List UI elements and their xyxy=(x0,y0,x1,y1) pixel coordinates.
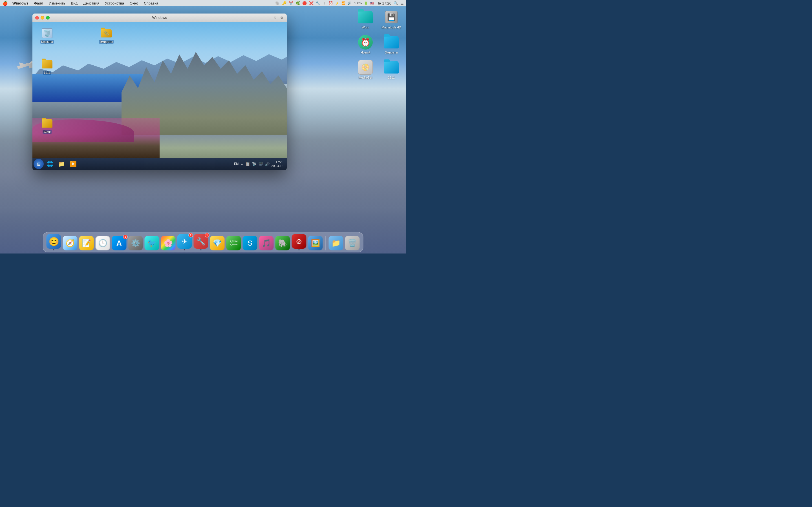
desktop-icon-1111[interactable]: 1111 xyxy=(381,60,402,79)
work-folder-icon xyxy=(358,10,373,24)
win-tray-icon-3[interactable]: 🖥️ xyxy=(258,162,263,166)
win-emirates-icon: 📎 xyxy=(101,27,112,39)
app-name[interactable]: Windows xyxy=(10,1,31,6)
mediaget-label: MediaGet xyxy=(359,76,372,79)
timemachine-icon: ⏰ xyxy=(358,35,373,50)
win-work-icon xyxy=(42,118,53,129)
recycle-bin-icon: 🗑️ xyxy=(42,27,53,39)
pause-tray-icon[interactable]: ⏸ xyxy=(322,1,326,5)
macintosh-hd-label: Macintosh HD xyxy=(382,25,401,29)
dock-transfers[interactable]: 2,32 M 2,65 M xyxy=(226,236,241,250)
keybase-tray-icon[interactable]: 🔑 xyxy=(282,1,287,5)
vm-window: Windows ▽ ⚙ 🗑️ Корзина xyxy=(33,13,287,170)
win-explorer-button[interactable]: 📁 xyxy=(56,159,67,169)
dock-appstore[interactable]: A 1 xyxy=(112,236,126,250)
finder-dot xyxy=(53,249,54,250)
menu-view[interactable]: Вид xyxy=(69,1,80,6)
win-icon-recycle[interactable]: 🗑️ Корзина xyxy=(38,27,56,44)
git-tray-icon[interactable]: 🌿 xyxy=(296,1,300,5)
apple-menu[interactable]: 🍎 xyxy=(2,1,8,6)
vm-gear-button[interactable]: ⚙ xyxy=(280,15,284,20)
vm-titlebar: Windows ▽ ⚙ xyxy=(33,13,287,22)
dock-photos[interactable]: 🌸 xyxy=(161,236,175,250)
dock-sketch[interactable]: 💎 xyxy=(210,236,225,250)
dock-clock[interactable]: 🕒 xyxy=(96,236,110,250)
menu-help[interactable]: Справка xyxy=(142,1,160,6)
desktop-icon-macintosh-hd[interactable]: 💾 Macintosh HD xyxy=(381,10,402,29)
toolbox-tray-icon[interactable]: 🔧 xyxy=(316,1,320,5)
menu-actions[interactable]: Действия xyxy=(81,1,101,6)
dock-itunes[interactable]: 🎵 xyxy=(259,236,274,250)
emirates-folder-icon xyxy=(384,35,399,50)
vm-filter-button[interactable]: ▽ xyxy=(273,15,277,20)
desktop-icon-mediaget[interactable]: 📀 MediaGet xyxy=(355,60,375,79)
battery-icon[interactable]: 🔋 xyxy=(364,1,368,5)
dock-finder[interactable]: 😊 xyxy=(47,234,61,250)
win-ie-button[interactable]: 🌐 xyxy=(45,159,55,169)
desktop-icon-novy[interactable]: ⏰ Новый xyxy=(355,35,375,54)
menu-window[interactable]: Окно xyxy=(128,1,140,6)
vm-minimize-button[interactable] xyxy=(41,16,44,19)
menubar-right: 🐘 🔑 ✂️ 🌿 🔴 ❌ 🔧 ⏸ ⏰ ⚡ 📶 🔊 100% 🔋 🇺🇸 Пн 17… xyxy=(275,1,404,5)
clips-tray-icon[interactable]: ✂️ xyxy=(289,1,293,5)
search-icon[interactable]: 🔍 xyxy=(394,1,398,5)
desktop-icon-work[interactable]: Work xyxy=(355,10,375,29)
battery-percent: 100% xyxy=(354,1,362,5)
win-tray-icon-1[interactable]: 📋 xyxy=(245,162,250,166)
toolbox-badge: 1 xyxy=(205,233,209,237)
evernote-tray-icon[interactable]: 🐘 xyxy=(275,1,280,5)
volume-icon[interactable]: 🔊 xyxy=(348,1,352,5)
wifi-icon[interactable]: 📶 xyxy=(342,1,345,5)
notification-icon[interactable]: ☰ xyxy=(400,1,404,5)
desktop-icon-row-3: 📀 MediaGet 1111 xyxy=(355,60,402,79)
win-icon-1111[interactable]: 1111 xyxy=(38,59,56,75)
skype-icon: S xyxy=(243,236,257,250)
windows-desktop[interactable]: 🗑️ Корзина 📎 Эмираты 1111 xyxy=(33,22,287,170)
win-volume-icon[interactable]: 🔊 xyxy=(265,162,269,166)
win-icon-emirates[interactable]: 📎 Эмираты xyxy=(97,27,115,44)
parallels-dot xyxy=(299,249,300,250)
vm-maximize-button[interactable] xyxy=(46,16,50,19)
win-start-button[interactable]: ⊞ xyxy=(34,159,44,169)
dock-iphoto[interactable]: 🖼️ xyxy=(308,236,323,250)
appstore-badge: 1 xyxy=(123,235,128,239)
vm-traffic-lights xyxy=(35,16,50,19)
appstore-icon: A 1 xyxy=(112,236,126,250)
dock-skype[interactable]: S xyxy=(243,236,257,250)
win-systray: EN ▲ 📋 📡 🖥️ 🔊 17:26 20.04.15 xyxy=(234,160,286,168)
safari-icon: 🧭 xyxy=(63,236,78,250)
dock-parallels[interactable]: ⊘ xyxy=(292,234,306,250)
menu-devices[interactable]: Устройства xyxy=(103,1,126,6)
dock-evernote[interactable]: 🐘 xyxy=(275,236,290,250)
dock-folder[interactable]: 📁 xyxy=(329,236,343,250)
win-1111-icon xyxy=(42,59,53,70)
bluetooth-icon[interactable]: ⚡ xyxy=(335,1,339,5)
dock-notes[interactable]: 📝 xyxy=(79,236,94,250)
timemachine-tray-icon[interactable]: ⏰ xyxy=(328,1,333,5)
dock-toolbox[interactable]: 🔧 1 xyxy=(194,234,208,250)
win-icon-work[interactable]: Work xyxy=(38,118,56,134)
avira-tray-icon[interactable]: ❌ xyxy=(309,1,313,5)
desktop-icon-emirates[interactable]: Эмираты xyxy=(381,35,402,54)
dock-prefs[interactable]: ⚙️ xyxy=(128,236,143,250)
chrome-tray-icon[interactable]: 🔴 xyxy=(302,1,307,5)
finder-icon: 😊 xyxy=(47,234,61,249)
keyboard-flag[interactable]: 🇺🇸 xyxy=(370,1,374,5)
win-tray-chevron[interactable]: ▲ xyxy=(240,162,244,166)
menu-file[interactable]: Файл xyxy=(32,1,45,6)
notes-icon: 📝 xyxy=(79,236,94,250)
dock-tweetbot[interactable]: 🐦 xyxy=(145,236,159,250)
vm-close-button[interactable] xyxy=(35,16,39,19)
telegram-dot xyxy=(184,249,185,250)
dock-telegram[interactable]: ✈ 2 xyxy=(177,234,192,250)
desktop-icon-row-2: ⏰ Новый Эмираты xyxy=(355,35,402,54)
dock-trash[interactable]: 🗑️ xyxy=(345,236,360,250)
folder-1111-icon xyxy=(384,60,399,75)
win-time: 17:26 xyxy=(271,160,283,164)
menu-edit[interactable]: Изменить xyxy=(47,1,68,6)
win-tray-icon-2[interactable]: 📡 xyxy=(252,162,257,166)
dock-safari[interactable]: 🧭 xyxy=(63,236,78,250)
macintosh-hd-icon: 💾 xyxy=(384,10,399,24)
clock-icon: 🕒 xyxy=(96,236,110,250)
win-mediaplayer-button[interactable]: ▶️ xyxy=(68,159,79,169)
